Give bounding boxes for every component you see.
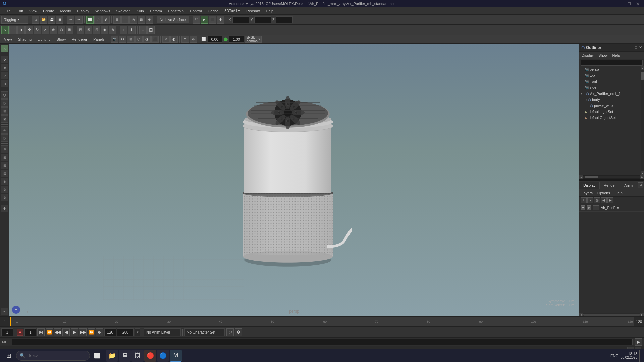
outliner-item-default-light-set[interactable]: ⚙ defaultLightSet <box>579 109 641 115</box>
frame-end-field[interactable]: 120 <box>634 317 644 326</box>
sculpt-lt-btn[interactable]: ◌ <box>1 134 8 142</box>
layer-menu-layers[interactable]: Layers <box>581 191 594 195</box>
outliner-minimize-btn[interactable]: — <box>629 45 633 50</box>
show-manip-btn[interactable]: ⊞ <box>66 26 73 34</box>
scale-tool-btn[interactable]: ⤢ <box>42 26 49 34</box>
paint-lt-btn[interactable]: ✏ <box>1 126 8 134</box>
menu-cache[interactable]: Cache <box>205 8 221 14</box>
vp-val1[interactable]: 0.00 <box>207 36 222 43</box>
file-explorer-taskbar[interactable]: 📁 <box>106 350 118 362</box>
layer-scroll-l[interactable]: ◀ <box>601 197 607 203</box>
select-arrow-btn[interactable]: ↖ <box>1 45 8 52</box>
step-back-btn[interactable]: ◀◀ <box>54 328 61 336</box>
tab-display[interactable]: Display <box>579 182 600 189</box>
save-btn[interactable]: 💾 <box>48 16 55 24</box>
lasso-tool-btn[interactable]: ⌒ <box>9 26 17 34</box>
mode-dropdown[interactable]: Rigging ▾ <box>1 16 28 24</box>
z-coord-field[interactable] <box>276 16 293 23</box>
menu-file[interactable]: File <box>2 8 13 14</box>
render-btn[interactable]: ▶ <box>201 16 208 24</box>
hscroll-right-btn[interactable]: ▶ <box>640 175 644 179</box>
layer-hscroll[interactable]: ◀ ▶ <box>579 313 644 316</box>
vp-shadow-btn[interactable]: ◐ <box>170 36 178 43</box>
show-desktop-btn[interactable] <box>639 350 641 362</box>
layer-hscroll-thumb[interactable] <box>583 314 640 316</box>
select-btn[interactable]: ⬜ <box>86 16 94 24</box>
maximize-button[interactable]: □ <box>627 1 632 6</box>
anim-layer-dropdown[interactable]: No Anim Layer <box>144 328 181 336</box>
vp-hud-btn[interactable]: ⊚ <box>190 36 197 43</box>
step-fwd-btn[interactable]: ▶▶ <box>79 328 87 336</box>
open-btn[interactable]: 📂 <box>40 16 47 24</box>
outliner-vscroll[interactable]: ▲ ▼ <box>641 66 644 175</box>
outliner-maximize-btn[interactable]: □ <box>635 45 637 50</box>
universal-lt-btn[interactable]: ⊛ <box>1 80 8 87</box>
search-bar[interactable]: 🔍 Поиск <box>16 351 90 361</box>
nurbs-lt-btn[interactable]: ◎ <box>1 99 8 107</box>
viewport[interactable]: persp Symmetry: Off Soft Select: Off M <box>9 44 579 316</box>
outliner-display-menu[interactable]: Display <box>581 53 595 58</box>
mel-run-btn[interactable]: ▶ <box>635 338 642 346</box>
paint-select-btn[interactable]: 🖌 <box>102 16 110 24</box>
timeline-ruler[interactable]: 1 10 20 30 40 50 60 70 80 <box>10 317 634 326</box>
vp-menu-renderer[interactable]: Renderer <box>69 37 90 42</box>
move-lt-btn[interactable]: ✥ <box>1 56 8 63</box>
menu-view[interactable]: View <box>26 8 40 14</box>
vp-grid-btn[interactable]: ⊞ <box>127 36 135 43</box>
vp-cam-btn[interactable]: 📷 <box>111 36 118 43</box>
menu-skeleton[interactable]: Skeleton <box>114 8 133 14</box>
outliner-help-menu[interactable]: Help <box>611 53 621 58</box>
keyboard-layout-indicator[interactable]: ENG <box>610 354 619 358</box>
menu-redshift[interactable]: Redshift <box>244 8 262 14</box>
vp-val2[interactable]: 1.00 <box>229 36 244 43</box>
next-key-btn[interactable]: ⏩ <box>88 328 95 336</box>
vp-light-btn[interactable]: ☀ <box>162 36 170 43</box>
vscroll-thumb[interactable] <box>641 72 644 80</box>
script-lt-btn[interactable]: ⊟ <box>1 162 8 169</box>
menu-3dtoall[interactable]: 3DToAll ▾ <box>222 8 243 14</box>
layer-scroll-r[interactable]: ▶ <box>607 197 613 203</box>
move-tool-btn[interactable]: ✥ <box>25 26 33 34</box>
snap-toggle-btn[interactable]: ⊡ <box>93 26 100 34</box>
outliner-close-btn[interactable]: ✕ <box>639 45 642 50</box>
outliner-show-menu[interactable]: Show <box>597 53 609 58</box>
universal-manip-btn[interactable]: ⊛ <box>50 26 57 34</box>
outliner-item-power-wire[interactable]: ⬡ power_wire <box>579 103 641 109</box>
vp-texture-btn[interactable]: ⬛ <box>151 36 159 43</box>
polygon-lt-btn[interactable]: ⬡ <box>1 91 8 99</box>
y-coord-field[interactable] <box>254 16 271 23</box>
snap-curve-btn[interactable]: ⌒ <box>121 16 129 24</box>
layer-sel-btn[interactable]: ◎ <box>594 197 600 203</box>
layer-hscroll-left[interactable]: ◀ <box>579 313 583 316</box>
undo-btn[interactable]: ↩ <box>67 16 74 24</box>
soft-select-btn[interactable]: ◈ <box>101 26 108 34</box>
vp-isolate-btn[interactable]: ⊙ <box>181 36 189 43</box>
render-options-btn[interactable]: ⚙ <box>217 16 224 24</box>
vp-menu-show[interactable]: Show <box>54 37 69 42</box>
tab-anim[interactable]: Anim <box>620 182 637 189</box>
outliner-item-side[interactable]: 📷 side <box>579 84 641 90</box>
snap-live-btn[interactable]: ⊟ <box>77 26 84 34</box>
layer-menu-options[interactable]: Options <box>596 191 611 195</box>
go-end-btn[interactable]: ⏭ <box>96 328 103 336</box>
constraint-lt-btn[interactable]: ⊙ <box>1 194 8 201</box>
app-taskbar-2[interactable]: 🖥 <box>119 350 131 362</box>
move-normal-btn[interactable]: ↑ <box>120 26 127 34</box>
layer-row-air-purifier[interactable]: V P Air_Purifier <box>579 204 644 212</box>
mel-input[interactable] <box>12 339 633 345</box>
current-frame-field[interactable]: 1 <box>1 328 13 336</box>
range-end2-field[interactable]: 200 <box>117 328 134 336</box>
play-back-btn[interactable]: ◀ <box>62 328 70 336</box>
outliner-item-default-object-set[interactable]: ⚙ defaultObjectSet <box>579 115 641 121</box>
app-taskbar-3[interactable]: 🖼 <box>131 350 144 362</box>
frame-start-field[interactable]: 1 <box>0 317 10 326</box>
menu-display[interactable]: Display <box>74 8 92 14</box>
lasso-btn[interactable]: ◌ <box>94 16 102 24</box>
prev-key-btn[interactable]: ⏪ <box>46 328 53 336</box>
render-all-btn[interactable]: ⬛ <box>209 16 216 24</box>
extrude-btn[interactable]: ⬆ <box>128 26 136 34</box>
clock[interactable]: 18:13 08.02.2023 <box>621 352 637 359</box>
layer-vis-toggle[interactable]: V <box>581 205 585 210</box>
new-scene-btn[interactable]: □ <box>32 16 39 24</box>
task-view-btn[interactable]: ⬜ <box>91 350 103 362</box>
